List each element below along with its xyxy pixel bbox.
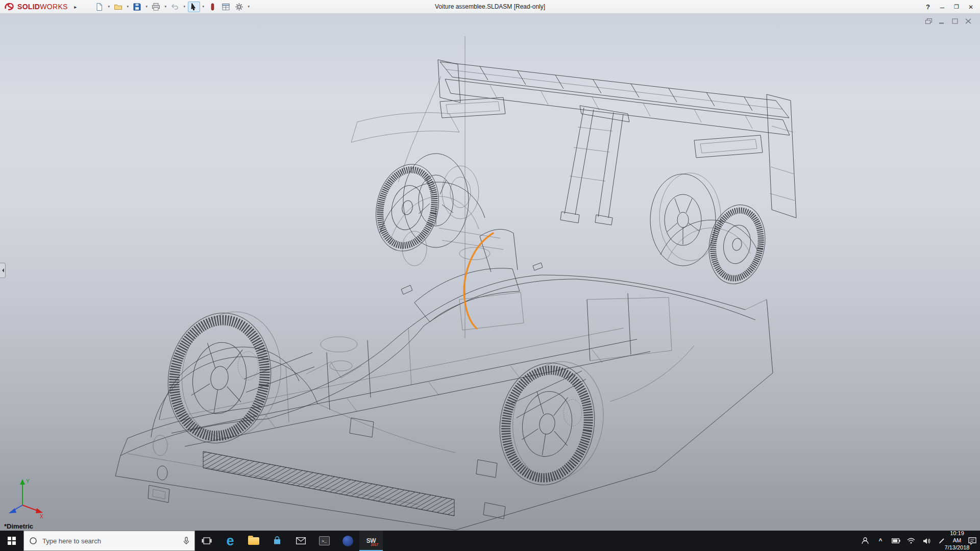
system-tray: ^ 10:19 AM 7/13/2018 (857, 531, 980, 551)
orientation-triad: Y X (6, 475, 52, 519)
envelope-icon (296, 537, 306, 544)
brand-text: SOLIDWORKS (17, 3, 68, 11)
select-button[interactable] (188, 2, 200, 12)
front-splitter-grille (203, 452, 454, 516)
window-controls: ? – ❐ ✕ (921, 0, 978, 14)
task-view-icon (202, 537, 212, 545)
doc-minimize-button[interactable] (936, 17, 947, 26)
terminal-icon: >_ (319, 536, 330, 545)
triad-y-label: Y (26, 479, 30, 484)
store-bag-icon (273, 536, 282, 545)
select-caret[interactable]: ▾ (201, 5, 206, 9)
undo-button[interactable] (169, 2, 181, 12)
maximize-button[interactable]: ❐ (949, 4, 964, 10)
solidworks-taskbar-icon: SW 2017 (364, 535, 378, 547)
print-button[interactable] (150, 2, 162, 12)
open-caret[interactable]: ▾ (126, 5, 130, 9)
cortana-icon (29, 537, 37, 545)
chevron-left-icon (0, 268, 4, 272)
triad-x-label: X (40, 514, 43, 519)
toolbar-flyout-arrow[interactable]: ▸ (72, 4, 79, 10)
new-document-button[interactable] (93, 2, 106, 12)
solidworks-app-icon[interactable]: SW 2017 (359, 531, 383, 551)
print-caret[interactable]: ▾ (163, 5, 168, 9)
windows-logo-icon (8, 537, 16, 545)
graphics-area[interactable]: Y X *Dimetric (0, 14, 980, 531)
rear-wing (398, 60, 796, 225)
undo-caret[interactable]: ▾ (182, 5, 187, 9)
document-title: Voiture assemblee.SLDASM [Read-only] (435, 0, 545, 14)
titlebar: SOLIDWORKS ▸ ▾ ▾ ▾ ▾ ▾ ▾ (0, 0, 980, 14)
document-window-controls (923, 17, 974, 26)
command-prompt-icon[interactable]: >_ (312, 531, 336, 551)
doc-restore-button[interactable] (949, 17, 961, 26)
search-input[interactable] (41, 537, 179, 545)
options-caret[interactable]: ▾ (247, 5, 251, 9)
start-button[interactable] (0, 531, 23, 551)
battery-icon[interactable] (888, 531, 903, 551)
main-toolbar: ▾ ▾ ▾ ▾ ▾ ▾ ▾ (93, 2, 251, 12)
options-button[interactable] (233, 2, 246, 12)
close-button[interactable]: ✕ (964, 4, 978, 11)
rear-right-wheel (650, 173, 771, 288)
people-icon[interactable] (857, 531, 873, 551)
hidden-icons-chevron[interactable]: ^ (873, 531, 888, 551)
save-caret[interactable]: ▾ (144, 5, 149, 9)
front-right-wheel (368, 154, 479, 257)
action-center-icon[interactable] (965, 531, 980, 551)
save-button[interactable] (131, 2, 143, 12)
clock-time: 10:19 AM (949, 530, 965, 544)
mail-app-icon[interactable] (289, 531, 312, 551)
brand-text-works: WORKS (40, 3, 67, 11)
help-button[interactable]: ? (921, 3, 935, 11)
edge-icon: e (226, 534, 234, 548)
file-explorer-icon[interactable] (242, 531, 265, 551)
media-app-icon[interactable] (336, 531, 359, 551)
brand-text-solid: SOLID (17, 3, 40, 11)
minimize-button[interactable]: – (935, 3, 949, 11)
taskbar-clock[interactable]: 10:19 AM 7/13/2018 (949, 531, 965, 551)
view-orientation-label: *Dimetric (4, 522, 33, 530)
solidworks-logo: SOLIDWORKS (0, 2, 68, 11)
folder-icon (248, 537, 259, 545)
chevron-up-icon: ^ (878, 537, 882, 544)
open-button[interactable] (112, 2, 125, 12)
collapse-pane-arrow[interactable] (0, 263, 6, 278)
media-icon (342, 536, 353, 546)
sw-year-badge: 2017 (371, 543, 378, 546)
solidworks-logo-mark (4, 2, 15, 11)
doc-close-button[interactable] (963, 17, 974, 26)
network-icon[interactable] (903, 531, 919, 551)
appearance-button[interactable] (207, 2, 219, 12)
store-app-icon[interactable] (265, 531, 289, 551)
taskbar: e >_ SW 2017 ^ (0, 531, 980, 551)
doc-tile-button[interactable] (923, 17, 934, 26)
front-left-wheel (159, 303, 289, 452)
volume-icon[interactable] (919, 531, 934, 551)
edge-app-icon[interactable]: e (218, 531, 242, 551)
evaluate-button[interactable] (220, 2, 232, 12)
task-view-button[interactable] (195, 531, 218, 551)
new-document-caret[interactable]: ▾ (107, 5, 111, 9)
taskbar-search[interactable] (23, 531, 195, 551)
car-body (115, 182, 773, 530)
microphone-icon[interactable] (183, 537, 189, 545)
wireframe-model[interactable] (0, 14, 980, 531)
rear-left-wheel (491, 353, 611, 493)
